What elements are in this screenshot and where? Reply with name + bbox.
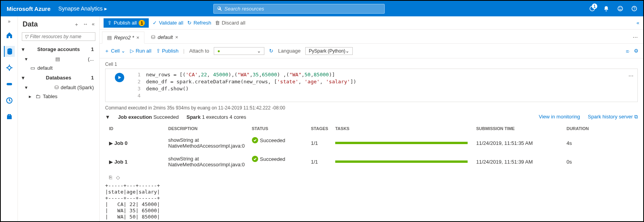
view-monitoring-link[interactable]: View in monitoring (539, 114, 580, 120)
attach-select[interactable]: ●⌄ (214, 47, 264, 55)
filter-icon: ▽ (25, 34, 28, 39)
storage-account-item[interactable]: ▤(... (18, 55, 99, 63)
svg-point-1 (618, 6, 623, 11)
add-resource-button[interactable]: ＋ (74, 21, 79, 28)
notifications-icon[interactable] (589, 5, 595, 12)
notebook-content: Cell 1 1new_rows = [('CA',22, 45000),("W… (100, 58, 643, 221)
close-tab-icon[interactable]: × (175, 34, 178, 40)
execution-metadata: Command executed in 2mins 35s 934ms by e… (105, 105, 638, 111)
notebook-icon: ▤ (107, 35, 112, 41)
success-icon (252, 156, 258, 162)
expand-job-icon[interactable]: ▶ (109, 159, 113, 165)
language-select[interactable]: PySpark (Python)⌄ (305, 47, 353, 55)
sidebar-title: Data (23, 20, 38, 28)
settings-icon[interactable]: ⚙ (634, 48, 639, 54)
notebook-toolbar: ＋Cell⌄ ▷Run all ⇧Publish | Attach to ●⌄ … (100, 44, 643, 58)
job-execution-summary[interactable]: ▼ Job execution Succeeded Spark 1 execut… (105, 114, 638, 120)
tables-folder[interactable]: 🗀Tables (18, 92, 99, 101)
refresh-resources-button[interactable]: ↔ (83, 21, 88, 28)
task-progress (335, 142, 468, 144)
rail-monitor-icon[interactable] (4, 95, 15, 106)
service-name[interactable]: Synapse Analytics ▸ (58, 5, 107, 12)
rail-pipeline-icon[interactable] (4, 79, 15, 90)
main-pane: ⇧Publish all1 ✓Validate all ↻Refresh 🗑Di… (100, 16, 643, 221)
cell-output: +-----+---+------+ |state|age|salary| +-… (105, 183, 638, 221)
output-actions: ⎘ ◇ (109, 174, 638, 180)
feedback-icon[interactable] (617, 5, 623, 12)
publish-notebook-button[interactable]: ⇧Publish (156, 48, 179, 54)
storage-container-default[interactable]: ▭default (18, 63, 99, 72)
add-cell-button[interactable]: ＋Cell⌄ (104, 48, 125, 55)
svg-point-0 (590, 6, 595, 11)
clear-output-icon[interactable]: ◇ (116, 174, 120, 180)
code-editor[interactable]: 1new_rows = [('CA',22, 45000),("WA",35,6… (131, 71, 627, 99)
collapse-right-button[interactable]: « (637, 20, 639, 26)
database-default-spark[interactable]: ⛁default (Spark) (18, 83, 99, 92)
sidebar: Data ＋ ↔ « ▽ Storage accounts1 ▤(... ▭de… (18, 16, 100, 221)
svg-point-3 (621, 7, 621, 8)
tab-repro2[interactable]: ▤ Repro2 * × (102, 32, 144, 44)
global-search[interactable] (213, 4, 385, 14)
databases-section[interactable]: Databases1 (18, 72, 99, 83)
success-icon (252, 137, 258, 143)
expand-job-icon[interactable]: ▶ (109, 140, 113, 146)
svg-point-7 (8, 66, 11, 69)
job-row[interactable]: ▶ Job 0 showString at NativeMethodAccess… (106, 134, 637, 152)
tab-default[interactable]: ⛁ default × (146, 31, 183, 43)
discard-all-button[interactable]: 🗑Discard all (215, 20, 245, 26)
spark-history-link[interactable]: Spark history server ⧉ (588, 114, 638, 120)
job-row[interactable]: ▶ Job 1 showString at NativeMethodAccess… (106, 153, 637, 171)
copy-output-icon[interactable]: ⎘ (109, 174, 112, 180)
brand[interactable]: Microsoft Azure (7, 5, 51, 12)
help-icon[interactable]: ? (631, 5, 637, 12)
filter-input[interactable] (30, 34, 93, 39)
rail-home-icon[interactable] (4, 30, 15, 41)
run-all-button[interactable]: ▷Run all (130, 48, 151, 54)
svg-text:?: ? (633, 7, 635, 11)
bell-icon[interactable] (603, 5, 609, 12)
expand-rail-button[interactable]: » (8, 19, 11, 24)
svg-rect-8 (7, 83, 12, 85)
rail-develop-icon[interactable] (4, 62, 15, 73)
collapse-job-icon[interactable]: ▼ (105, 114, 110, 120)
tab-overflow-button[interactable]: ⋯ (627, 31, 643, 43)
refresh-button[interactable]: ↻Refresh (187, 20, 211, 26)
validate-all-button[interactable]: ✓Validate all (153, 20, 183, 26)
storage-accounts-section[interactable]: Storage accounts1 (18, 44, 99, 55)
topbar-icons: ? (589, 5, 637, 12)
left-rail: » (1, 16, 18, 221)
collapse-sidebar-button[interactable]: « (92, 21, 95, 28)
main-toolbar: ⇧Publish all1 ✓Validate all ↻Refresh 🗑Di… (100, 16, 643, 30)
cell-label: Cell 1 (105, 62, 638, 67)
session-refresh-button[interactable]: ↻ (269, 48, 273, 54)
publish-all-button[interactable]: ⇧Publish all1 (104, 18, 149, 28)
svg-point-2 (619, 7, 620, 8)
topbar: Microsoft Azure Synapse Analytics ▸ ? (1, 1, 643, 16)
svg-point-6 (7, 48, 12, 51)
database-icon: ⛁ (151, 34, 155, 40)
editor-tabs: ▤ Repro2 * × ⛁ default × ⋯ (100, 30, 643, 44)
attach-label: Attach to (189, 48, 209, 54)
run-cell-button[interactable] (115, 73, 124, 82)
language-label: Language (278, 48, 301, 54)
svg-rect-10 (7, 115, 12, 119)
global-search-input[interactable] (224, 6, 381, 12)
cell-menu-button[interactable]: ⋯ (627, 71, 635, 99)
task-progress (335, 160, 468, 163)
rail-data-icon[interactable] (4, 46, 15, 57)
outline-icon[interactable]: ⎄ (626, 48, 629, 54)
filter-box[interactable]: ▽ (22, 32, 95, 41)
job-table: ID DESCRIPTION STATUS STAGES TASKS SUBMI… (105, 123, 638, 171)
code-cell[interactable]: 1new_rows = [('CA',22, 45000),("WA",35,6… (105, 69, 638, 102)
close-tab-icon[interactable]: × (136, 35, 139, 41)
rail-manage-icon[interactable] (4, 111, 15, 122)
